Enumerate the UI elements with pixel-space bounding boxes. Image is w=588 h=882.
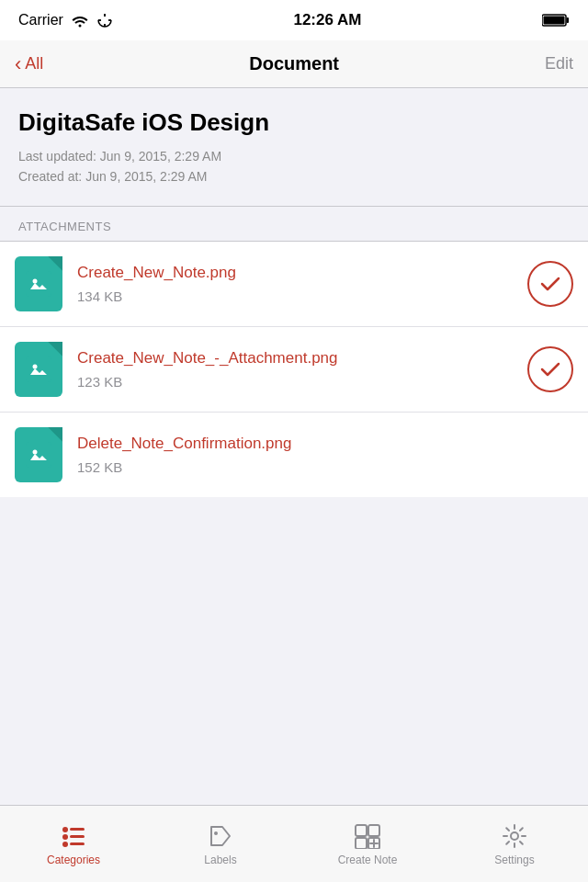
- svg-rect-6: [567, 17, 570, 23]
- svg-rect-8: [26, 271, 51, 297]
- main-content: DigitaSafe iOS Design Last updated: Jun …: [0, 88, 588, 574]
- checkmark-icon-2: [537, 356, 563, 382]
- image-file-icon-2: [26, 356, 51, 382]
- categories-icon: [60, 822, 87, 850]
- settings-tab-label: Settings: [494, 854, 534, 866]
- activity-icon: [96, 12, 113, 28]
- image-file-icon: [26, 271, 51, 297]
- file-info-3: Delete_Note_Confirmation.png 152 KB: [77, 434, 573, 475]
- svg-rect-17: [70, 835, 85, 838]
- svg-rect-7: [544, 17, 565, 25]
- document-title: DigitaSafe iOS Design: [18, 108, 570, 137]
- svg-point-27: [511, 832, 518, 840]
- file-icon-1: [15, 256, 62, 311]
- svg-rect-19: [70, 842, 85, 845]
- file-item[interactable]: Delete_Note_Confirmation.png 152 KB: [0, 413, 588, 497]
- nav-bar: ‹ All Document Edit: [0, 40, 588, 88]
- file-size-1: 134 KB: [77, 288, 516, 304]
- attachments-section-header: ATTACHMENTS: [0, 207, 588, 241]
- wifi-icon: [71, 13, 89, 28]
- svg-rect-12: [26, 442, 51, 468]
- file-check-2: [527, 346, 573, 392]
- svg-rect-21: [356, 825, 367, 836]
- svg-rect-15: [70, 828, 85, 831]
- tab-settings[interactable]: Settings: [441, 806, 588, 882]
- svg-point-14: [62, 827, 68, 832]
- status-left: Carrier: [18, 12, 113, 28]
- create-note-tab-label: Create Note: [338, 854, 398, 866]
- file-item[interactable]: Create_New_Note_-_Attachment.png 123 KB: [0, 327, 588, 413]
- svg-point-16: [62, 834, 68, 840]
- edit-button[interactable]: Edit: [545, 54, 573, 74]
- nav-title: Document: [249, 53, 339, 74]
- create-note-icon: [354, 822, 381, 850]
- back-button[interactable]: ‹ All: [15, 52, 43, 76]
- svg-point-18: [62, 842, 68, 847]
- tab-create-note[interactable]: Create Note: [294, 806, 441, 882]
- svg-point-13: [33, 449, 38, 454]
- carrier-label: Carrier: [18, 12, 63, 28]
- file-name-1: Create_New_Note.png: [77, 263, 516, 284]
- svg-rect-22: [368, 825, 379, 836]
- tab-bar: Categories Labels Create Note: [0, 805, 588, 882]
- image-file-icon-3: [26, 442, 51, 468]
- file-check-1: [527, 261, 573, 307]
- tab-categories[interactable]: Categories: [0, 806, 147, 882]
- status-right: [542, 13, 570, 28]
- tab-labels[interactable]: Labels: [147, 806, 294, 882]
- svg-rect-23: [356, 838, 367, 849]
- svg-point-20: [214, 831, 218, 835]
- document-header: DigitaSafe iOS Design Last updated: Jun …: [0, 88, 588, 207]
- file-info-2: Create_New_Note_-_Attachment.png 123 KB: [77, 348, 516, 390]
- categories-tab-label: Categories: [47, 854, 100, 866]
- file-item[interactable]: Create_New_Note.png 134 KB: [0, 242, 588, 327]
- settings-icon: [501, 822, 528, 850]
- svg-point-11: [33, 364, 38, 368]
- document-meta: Last updated: Jun 9, 2015, 2:29 AM Creat…: [18, 146, 570, 187]
- status-bar: Carrier 12:26 AM: [0, 0, 588, 40]
- svg-point-9: [33, 278, 38, 283]
- battery-icon: [542, 13, 570, 28]
- checkmark-icon-1: [537, 271, 563, 297]
- file-name-3: Delete_Note_Confirmation.png: [77, 434, 573, 455]
- svg-rect-10: [26, 356, 51, 382]
- created-at: Created at: Jun 9, 2015, 2:29 AM: [18, 166, 570, 187]
- status-time: 12:26 AM: [113, 11, 542, 29]
- file-size-3: 152 KB: [77, 459, 573, 475]
- file-icon-2: [15, 342, 62, 397]
- file-name-2: Create_New_Note_-_Attachment.png: [77, 348, 516, 369]
- labels-tab-label: Labels: [204, 854, 236, 866]
- back-label: All: [25, 54, 43, 74]
- file-icon-3: [15, 427, 62, 482]
- file-info-1: Create_New_Note.png 134 KB: [77, 263, 516, 304]
- last-updated: Last updated: Jun 9, 2015, 2:29 AM: [18, 146, 570, 166]
- file-list: Create_New_Note.png 134 KB Create_New_No…: [0, 241, 588, 497]
- back-chevron-icon: ‹: [15, 52, 21, 76]
- file-size-2: 123 KB: [77, 374, 516, 390]
- labels-icon: [207, 822, 234, 850]
